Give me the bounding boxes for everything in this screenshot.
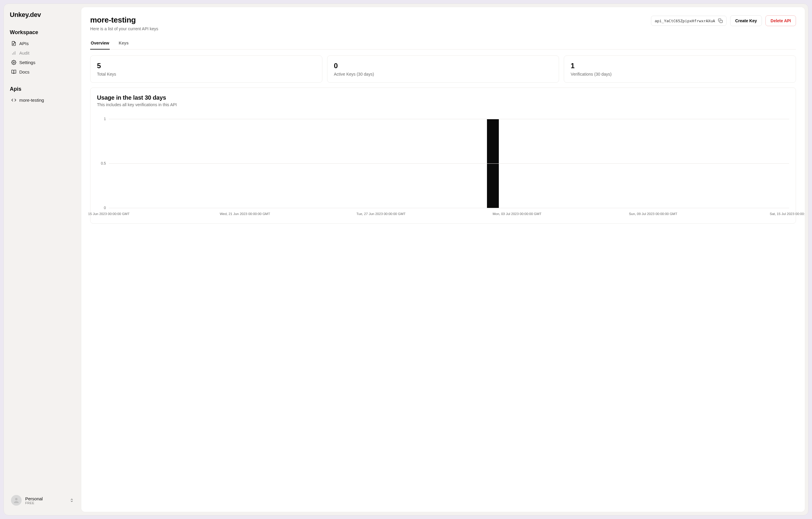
sidebar: Unkey.dev Workspace APIs Audit Settings bbox=[4, 4, 81, 515]
code-icon bbox=[11, 97, 16, 103]
sidebar-item-label: APIs bbox=[19, 41, 29, 46]
x-tick-label: Tue, 27 Jun 2023 00:00:00 GMT bbox=[356, 212, 406, 215]
tabs: Overview Keys bbox=[90, 38, 796, 50]
file-key-icon bbox=[11, 40, 16, 46]
header-actions: api_YaCtC65ZpipxHfrwxrAXuA Create Key De… bbox=[651, 16, 796, 26]
brand-logo[interactable]: Unkey.dev bbox=[10, 11, 75, 19]
api-id-text: api_YaCtC65ZpipxHfrwxrAXuA bbox=[655, 19, 715, 23]
y-tick-label: 1 bbox=[104, 117, 106, 121]
svg-point-5 bbox=[15, 498, 18, 500]
account-switcher[interactable]: Personal FREE bbox=[10, 493, 75, 508]
stat-card-active-keys: 0 Active Keys (30 days) bbox=[327, 55, 559, 83]
sidebar-item-apis[interactable]: APIs bbox=[10, 38, 75, 48]
stat-value: 1 bbox=[571, 62, 789, 70]
sidebar-item-settings[interactable]: Settings bbox=[10, 58, 75, 67]
y-axis: 00.51 bbox=[97, 119, 108, 208]
apis-section: Apis more-testing bbox=[10, 84, 75, 105]
x-tick-label: Sat, 15 Jul 2023 00:00:00 bbox=[770, 212, 805, 215]
create-key-button[interactable]: Create Key bbox=[730, 16, 762, 26]
sidebar-item-label: Settings bbox=[19, 60, 35, 65]
stats-row: 5 Total Keys 0 Active Keys (30 days) 1 V… bbox=[90, 55, 796, 83]
avatar bbox=[11, 495, 22, 506]
page-title: more-testing bbox=[90, 16, 158, 25]
sidebar-api-item-label: more-testing bbox=[19, 97, 44, 103]
x-tick-label: Mon, 03 Jul 2023 00:00:00 GMT bbox=[493, 212, 542, 215]
main-panel: more-testing Here is a list of your curr… bbox=[81, 7, 805, 512]
x-tick-label: 15 Jun 2023 00:00:00 GMT bbox=[88, 212, 129, 215]
sidebar-item-audit[interactable]: Audit bbox=[10, 48, 75, 58]
book-icon bbox=[11, 69, 16, 75]
account-name: Personal bbox=[25, 496, 43, 501]
stat-label: Verifications (30 days) bbox=[571, 72, 789, 77]
page-subtitle: Here is a list of your current API keys bbox=[90, 26, 158, 31]
chart-gridline bbox=[109, 208, 789, 208]
chevrons-up-down-icon bbox=[70, 498, 74, 502]
account-plan: FREE bbox=[25, 501, 43, 505]
chart-area: 00.51 15 Jun 2023 00:00:00 GMTWed, 21 Ju… bbox=[97, 119, 789, 217]
stat-label: Active Keys (30 days) bbox=[334, 72, 552, 77]
y-tick-label: 0.5 bbox=[101, 161, 106, 166]
workspace-section-label: Workspace bbox=[10, 29, 75, 36]
api-id-display[interactable]: api_YaCtC65ZpipxHfrwxrAXuA bbox=[651, 16, 727, 26]
stat-card-verifications: 1 Verifications (30 days) bbox=[564, 55, 796, 83]
svg-point-4 bbox=[13, 62, 14, 63]
y-tick-label: 0 bbox=[104, 206, 106, 210]
svg-point-0 bbox=[13, 44, 13, 45]
sidebar-item-docs[interactable]: Docs bbox=[10, 67, 75, 77]
delete-api-button[interactable]: Delete API bbox=[765, 16, 796, 26]
page-header: more-testing Here is a list of your curr… bbox=[90, 16, 796, 31]
svg-rect-6 bbox=[720, 20, 722, 23]
chart-plot bbox=[109, 119, 789, 208]
stat-label: Total Keys bbox=[97, 72, 316, 77]
sidebar-api-item-more-testing[interactable]: more-testing bbox=[10, 95, 75, 105]
sidebar-item-label: Docs bbox=[19, 69, 29, 75]
chart-title: Usage in the last 30 days bbox=[97, 94, 789, 101]
apis-section-label: Apis bbox=[10, 86, 75, 92]
stat-value: 0 bbox=[334, 62, 552, 70]
chart-gridline bbox=[109, 119, 789, 119]
tab-keys[interactable]: Keys bbox=[118, 38, 129, 50]
chart-subtitle: This includes all key verifications in t… bbox=[97, 102, 789, 107]
tab-overview[interactable]: Overview bbox=[90, 38, 110, 50]
account-text: Personal FREE bbox=[25, 496, 43, 505]
x-tick-label: Sun, 09 Jul 2023 00:00:00 GMT bbox=[629, 212, 677, 215]
stat-value: 5 bbox=[97, 62, 316, 70]
bar-chart-icon bbox=[11, 50, 16, 55]
x-tick-label: Wed, 21 Jun 2023 00:00:00 GMT bbox=[220, 212, 270, 215]
copy-icon[interactable] bbox=[718, 19, 723, 23]
x-axis: 15 Jun 2023 00:00:00 GMTWed, 21 Jun 2023… bbox=[109, 209, 789, 217]
sidebar-item-label: Audit bbox=[19, 51, 29, 55]
app-frame: Unkey.dev Workspace APIs Audit Settings bbox=[4, 4, 808, 515]
stat-card-total-keys: 5 Total Keys bbox=[90, 55, 322, 83]
usage-chart-card: Usage in the last 30 days This includes … bbox=[90, 87, 796, 224]
gear-icon bbox=[11, 60, 16, 65]
